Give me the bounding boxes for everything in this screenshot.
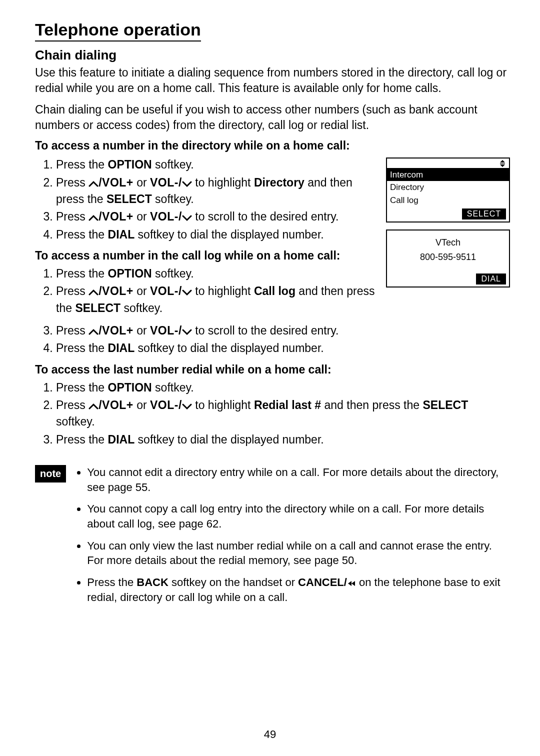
option-key: OPTION	[108, 158, 152, 171]
intro-paragraph-2: Chain dialing can be useful if you wish …	[35, 102, 510, 133]
intro-paragraph-1: Use this feature to initiate a dialing s…	[35, 65, 510, 96]
vol-plus-key: /VOL+	[98, 398, 134, 412]
redial-word: Redial last #	[254, 398, 321, 412]
text: softkey.	[120, 302, 162, 314]
caret-up-icon	[88, 289, 98, 296]
text: Press the	[56, 228, 108, 241]
text: Press the	[56, 381, 108, 394]
text: Press	[56, 398, 88, 412]
lcd-menu-screen: Intercom Directory Call log SELECT	[386, 158, 510, 222]
text: softkey to dial the displayed number.	[134, 342, 324, 354]
cancel-key: CANCEL/	[298, 576, 356, 588]
text: Press the	[56, 342, 108, 354]
list-item: Press /VOL+ or VOL-/ to highlight Redial…	[56, 397, 510, 430]
list-item: Press the DIAL softkey to dial the displ…	[56, 432, 510, 448]
text: softkey on the handset or	[168, 576, 298, 588]
text: to highlight	[192, 398, 254, 412]
select-key: SELECT	[422, 398, 468, 412]
dial-key: DIAL	[108, 228, 135, 241]
list-item: Press the DIAL softkey to dial the displ…	[56, 340, 510, 356]
dial-key: DIAL	[108, 433, 135, 446]
text: or	[134, 324, 150, 337]
caret-down-icon	[182, 180, 192, 188]
option-key: OPTION	[108, 267, 152, 280]
text: Press	[56, 176, 88, 189]
lcd-status-bar	[387, 230, 509, 236]
text: softkey to dial the displayed number.	[134, 228, 324, 241]
text: Press	[56, 284, 88, 298]
dial-key: DIAL	[108, 342, 135, 354]
text: Press the	[87, 576, 136, 588]
list-item: You cannot copy a call log entry into th…	[87, 502, 510, 531]
lcd-row-calllog: Call log	[387, 194, 509, 206]
subhead-directory: To access a number in the directory whil…	[35, 139, 510, 152]
lcd-row-directory: Directory	[387, 181, 509, 194]
lcd-screens: Intercom Directory Call log SELECT VTech…	[386, 158, 510, 294]
lcd-row-intercom: Intercom	[387, 168, 509, 181]
text: to highlight	[192, 284, 254, 298]
manual-page: Telephone operation Chain dialing Use th…	[0, 0, 540, 756]
note-badge: note	[35, 465, 66, 482]
list-item: Press /VOL+ or VOL-/ to scroll to the de…	[56, 208, 377, 225]
text: Press	[56, 210, 88, 223]
vol-plus-key: /VOL+	[98, 284, 134, 298]
subhead-redial: To access the last number redial while o…	[35, 363, 510, 376]
lcd-contact-name: VTech	[387, 236, 509, 250]
rewind-icon	[347, 580, 356, 587]
page-number: 49	[0, 728, 540, 741]
caret-up-icon	[88, 214, 98, 222]
calllog-steps: Press the OPTION softkey. Press /VOL+ or…	[35, 266, 377, 316]
text: Press the	[56, 433, 108, 446]
lcd-status-bar	[387, 158, 509, 168]
vol-plus-key: /VOL+	[98, 210, 134, 223]
calllog-word: Call log	[254, 284, 296, 298]
spacer	[387, 264, 509, 272]
option-key: OPTION	[108, 381, 152, 394]
list-item: Press the DIAL softkey to dial the displ…	[56, 226, 377, 243]
vol-plus-key: /VOL+	[98, 324, 134, 337]
vol-minus-key: VOL-/	[150, 284, 182, 298]
text: Press	[56, 324, 88, 337]
vol-plus-key: /VOL+	[98, 176, 134, 189]
text: to highlight	[192, 176, 254, 189]
page-title: Telephone operation	[35, 20, 201, 42]
directory-steps-col: Press the OPTION softkey. Press /VOL+ or…	[35, 156, 377, 322]
text: to scroll to the desired entry.	[192, 324, 339, 337]
vol-minus-key: VOL-/	[150, 398, 182, 412]
text: softkey.	[152, 192, 194, 206]
list-item: Press the OPTION softkey.	[56, 266, 377, 282]
text: to scroll to the desired entry.	[192, 210, 339, 223]
note-list: You cannot edit a directory entry while …	[75, 463, 510, 612]
vol-minus-key: VOL-/	[150, 210, 182, 223]
list-item: Press the OPTION softkey.	[56, 380, 510, 396]
vol-minus-key: VOL-/	[150, 176, 182, 189]
text: and then press the	[321, 398, 422, 412]
back-key: BACK	[136, 576, 168, 588]
text: softkey.	[152, 381, 194, 394]
updown-arrows-icon	[499, 159, 506, 169]
note-block: note You cannot edit a directory entry w…	[35, 463, 510, 612]
text: or	[134, 284, 150, 298]
caret-down-icon	[182, 328, 192, 336]
lcd-softkey-row: DIAL	[387, 272, 509, 286]
caret-down-icon	[182, 289, 192, 296]
vol-minus-key: VOL-/	[150, 324, 182, 337]
lcd-softkey-dial: DIAL	[476, 274, 506, 284]
caret-up-icon	[88, 403, 98, 410]
list-item: Press the BACK softkey on the handset or…	[87, 575, 510, 604]
list-item: Press /VOL+ or VOL-/ to highlight Call l…	[56, 283, 377, 316]
caret-down-icon	[182, 403, 192, 410]
text: softkey.	[152, 158, 194, 171]
directory-word: Directory	[254, 176, 304, 189]
text: or	[134, 210, 150, 223]
list-item: Press /VOL+ or VOL-/ to highlight Direct…	[56, 174, 377, 208]
list-item: Press the OPTION softkey.	[56, 156, 377, 173]
caret-up-icon	[88, 328, 98, 336]
subhead-calllog: To access a number in the call log while…	[35, 249, 377, 262]
svg-rect-0	[500, 164, 505, 164]
lcd-softkey-select: SELECT	[462, 208, 506, 220]
calllog-steps-cont: Press /VOL+ or VOL-/ to scroll to the de…	[35, 322, 510, 357]
text: or	[134, 176, 150, 189]
directory-steps: Press the OPTION softkey. Press /VOL+ or…	[35, 156, 377, 243]
lcd-softkey-row: SELECT	[387, 206, 509, 222]
